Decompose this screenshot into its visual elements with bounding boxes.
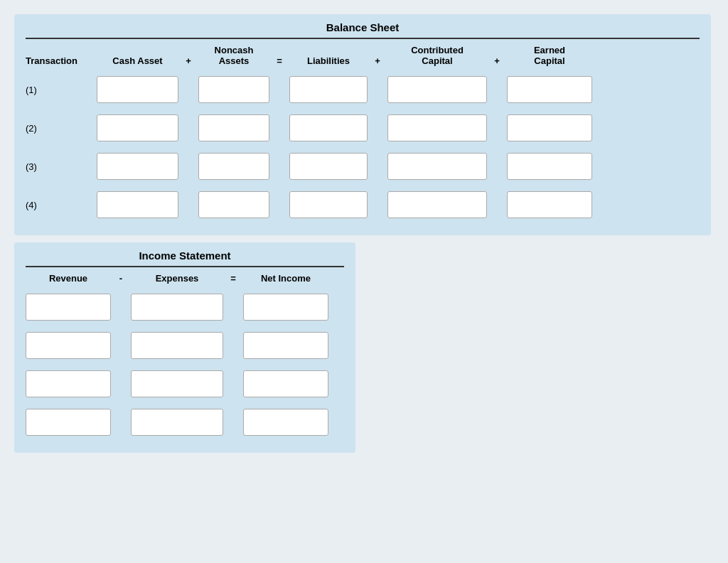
header-liabilities: Liabilities [289,55,368,66]
header-noncash-assets: NoncashAssets [198,45,269,66]
is-row4-expenses-input[interactable] [131,409,223,436]
row1-contributed-input[interactable] [387,76,487,103]
row4-noncash-input[interactable] [198,191,269,218]
income-statement-title: Income Statement [26,250,344,267]
header-equals: = [269,55,289,66]
row2-earned-input[interactable] [507,114,592,141]
row-label-1: (1) [26,85,97,95]
row-label-2: (2) [26,123,97,134]
row4-cash-input[interactable] [97,191,178,218]
row3-contributed-input[interactable] [387,153,487,180]
header-net-income: Net Income [243,273,328,284]
row4-liabilities-input[interactable] [289,191,368,218]
row3-noncash-input[interactable] [198,153,269,180]
header-transaction: Transaction [26,55,97,66]
row-label-4: (4) [26,200,97,210]
table-row: (1) [26,70,700,109]
header-plus2: + [368,55,387,66]
row4-earned-input[interactable] [507,191,592,218]
row-label-3: (3) [26,161,97,172]
row2-noncash-input[interactable] [198,114,269,141]
is-row3-expenses-input[interactable] [131,370,223,397]
header-expenses: Expenses [131,273,223,284]
header-contributed-capital: ContributedCapital [387,45,487,66]
income-statement-header: Revenue - Expenses = Net Income [26,267,344,288]
row3-liabilities-input[interactable] [289,153,368,180]
is-row3-revenue-input[interactable] [26,370,111,397]
balance-sheet-header: Transaction Cash Asset + NoncashAssets =… [26,39,700,70]
table-row [26,288,344,326]
table-row: (2) [26,109,700,147]
header-revenue: Revenue [26,273,111,284]
row3-cash-input[interactable] [97,153,178,180]
row1-liabilities-input[interactable] [289,76,368,103]
row3-earned-input[interactable] [507,153,592,180]
row2-liabilities-input[interactable] [289,114,368,141]
table-row: (3) [26,147,700,186]
table-row [26,403,344,441]
income-statement-container: Income Statement Revenue - Expenses = Ne… [14,242,355,453]
is-row4-netincome-input[interactable] [243,409,328,436]
header-cash-asset: Cash Asset [97,55,178,66]
is-row1-revenue-input[interactable] [26,294,111,321]
is-row1-expenses-input[interactable] [131,294,223,321]
is-row1-netincome-input[interactable] [243,294,328,321]
is-row3-netincome-input[interactable] [243,370,328,397]
is-row2-revenue-input[interactable] [26,332,111,359]
row4-contributed-input[interactable] [387,191,487,218]
header-earned-capital: EarnedCapital [507,45,592,66]
header-is-equals: = [223,273,243,284]
row2-contributed-input[interactable] [387,114,487,141]
balance-sheet-rows: (1) (2) (3) [26,70,700,224]
table-row [26,326,344,365]
row1-cash-input[interactable] [97,76,178,103]
balance-sheet-title: Balance Sheet [26,21,700,39]
header-minus: - [111,273,131,284]
row1-noncash-input[interactable] [198,76,269,103]
is-row4-revenue-input[interactable] [26,409,111,436]
is-row2-expenses-input[interactable] [131,332,223,359]
header-plus3: + [487,55,507,66]
table-row: (4) [26,186,700,224]
income-statement-rows [26,288,344,441]
balance-sheet-container: Balance Sheet Transaction Cash Asset + N… [14,14,711,235]
is-row2-netincome-input[interactable] [243,332,328,359]
row2-cash-input[interactable] [97,114,178,141]
row1-earned-input[interactable] [507,76,592,103]
header-plus1: + [178,55,198,66]
table-row [26,365,344,403]
